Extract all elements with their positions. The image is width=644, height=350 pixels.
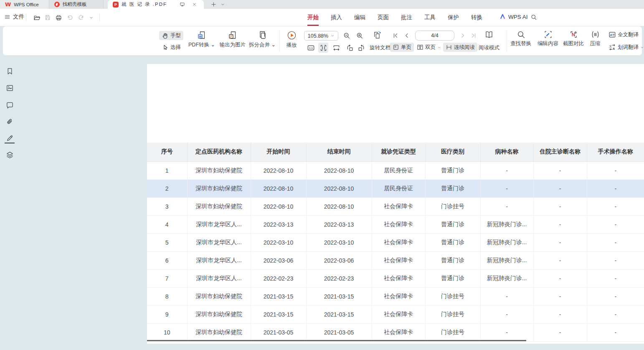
word-translate-button[interactable]: 文A 划词翻译 [606,43,644,52]
attachment-icon[interactable] [5,117,14,126]
fit-width-button[interactable] [331,43,341,53]
select-tool-button[interactable]: 选择 [159,43,183,52]
export-image-icon [228,30,238,40]
signature-pen-icon[interactable] [5,133,14,143]
zoom-in-button[interactable] [355,31,365,41]
export-image-button[interactable]: 输出为图片 [218,30,248,49]
find-replace-button[interactable]: 查找替换 [508,30,533,47]
save-button[interactable] [43,13,52,22]
table-header-cell: 结束时间 [306,143,372,161]
split-merge-button[interactable]: 拆分合并 ⌄ [248,30,276,49]
table-row: 10深圳市妇幼保健院2021-03-052021-03-05社会保障卡门诊挂号-… [147,323,644,341]
chevron-down-icon [640,46,644,49]
undo-redo-chevron-icon[interactable] [87,13,95,22]
redo-button[interactable] [77,13,85,22]
read-mode-icon[interactable] [484,30,494,40]
bookmark-icon[interactable] [5,66,14,76]
table-cell: - [533,323,587,341]
rotate-document-icon[interactable] [372,30,382,40]
table-cell: - [587,215,644,233]
menu-search-icon[interactable] [530,14,537,20]
table-cell: 2022-03-13 [251,215,306,233]
screenshot-compare-button[interactable]: 截图对比 [561,30,586,47]
wps-ai-button[interactable]: WPS AI [499,13,528,20]
menu-item-6[interactable]: 保护 [448,14,459,21]
layers-icon[interactable] [5,150,14,159]
zoom-level-select[interactable]: 105.88% [304,31,338,41]
select-tool-label: 选择 [170,44,181,51]
edit-content-button[interactable]: 编辑内容 [535,30,560,47]
full-translate-label: 全文翻译 [618,31,639,38]
print-button[interactable] [54,13,63,22]
svg-text:1:1: 1:1 [309,46,313,49]
next-page-button[interactable] [458,31,468,41]
fit-page-button[interactable] [318,43,328,53]
read-mode-label[interactable]: 阅读模式 [479,44,499,51]
table-header-cell: 就诊凭证类型 [372,143,425,161]
hand-tool-button[interactable]: 手型 [159,31,183,40]
pdf-convert-icon: W [197,30,207,40]
single-page-button[interactable]: 单页 [390,43,414,52]
wps-ai-label: WPS AI [508,14,528,20]
monitor-icon[interactable] [177,2,187,7]
menu-item-1[interactable]: 插入 [331,14,342,21]
table-cell: 2021-03-15 [251,287,306,305]
file-menu-button[interactable]: 文件 [4,13,24,20]
last-page-button[interactable] [469,31,479,41]
rotate-document-label[interactable]: 旋转文档 [370,44,390,51]
continuous-read-button[interactable]: 连续阅读 [443,43,477,52]
compress-icon [591,30,600,39]
table-cell: 2021-03-05 [251,323,306,341]
hand-icon [162,32,169,39]
tab-docer-templates[interactable]: 找稻壳模板 [49,0,104,9]
table-cell: - [533,269,587,287]
svg-text:文: 文 [609,45,612,48]
new-tab-button[interactable] [209,0,218,9]
comment-panel-icon[interactable] [5,100,14,110]
pdf-convert-button[interactable]: W PDF转换 ⌄ [188,30,216,49]
table-cell: 深圳市龙华区人... [187,233,251,251]
pdf-page-canvas[interactable]: 序号定点医药机构名称开始时间结束时间就诊凭证类型医疗类别病种名称住院主诊断名称手… [147,64,644,344]
undo-button[interactable] [66,13,74,22]
table-cell: 门诊挂号 [425,323,480,341]
table-cell: 门诊挂号 [425,197,480,215]
table-cell: 普通门诊 [425,215,480,233]
close-tab-icon[interactable] [190,2,199,7]
table-cell: 深圳市龙华区人... [187,251,251,269]
open-file-button[interactable] [33,13,41,22]
thumbnail-panel-icon[interactable] [5,83,14,92]
tab-wps-office[interactable]: W WPS Office [0,0,49,9]
edit-pencil-icon [544,30,553,39]
rotate-left-button[interactable] [345,43,355,53]
menu-item-2[interactable]: 编辑 [354,14,365,21]
page-indicator-input[interactable]: 4/4 [415,31,454,41]
table-cell: 2022-08-10 [306,161,372,179]
first-page-button[interactable] [390,31,401,41]
find-replace-label: 查找替换 [510,40,531,47]
full-text-translate-button[interactable]: A字 全文翻译 [606,30,641,39]
tab-document-pdf[interactable]: P 就 医 记 录 .PDF [108,0,204,9]
table-cell: 2022-08-10 [251,197,306,215]
continuous-read-icon [446,44,452,51]
table-cell: - [533,287,587,305]
menu-item-5[interactable]: 工具 [424,14,436,21]
menu-item-4[interactable]: 批注 [401,14,412,21]
table-row: 4深圳市龙华区人...2022-03-132022-03-13社会保障卡普通门诊… [147,215,644,233]
table-cell: 深圳市妇幼保健院 [187,323,251,341]
rotate-right-button[interactable] [356,43,366,53]
previous-page-button[interactable] [402,31,412,41]
screenshot-compare-icon [569,30,578,39]
table-cell: - [587,269,644,287]
actual-size-button[interactable]: 1:1 [306,43,316,53]
compress-button[interactable]: 压缩 [586,30,604,47]
zoom-out-button[interactable] [342,31,352,41]
menu-item-3[interactable]: 页面 [378,14,389,21]
menu-item-7[interactable]: 转换 [471,14,482,21]
menu-item-0[interactable]: 开始 [307,14,319,21]
table-cell: 普通门诊 [425,269,480,287]
file-menu-label: 文件 [13,13,24,20]
full-translate-icon: A字 [609,31,616,38]
play-button[interactable]: 播放 [282,30,301,49]
tab-list-chevron-icon[interactable] [218,0,227,9]
double-page-button[interactable]: 双页 [414,43,444,52]
